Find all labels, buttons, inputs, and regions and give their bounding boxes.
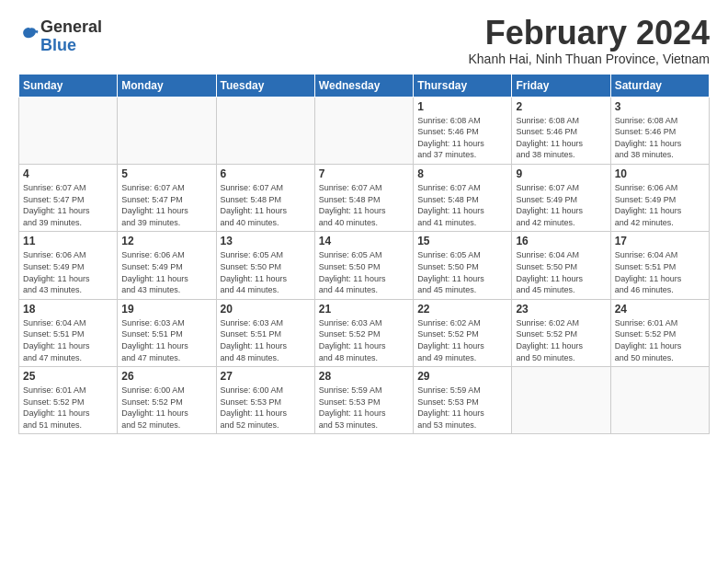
calendar-day-cell — [118, 97, 216, 164]
calendar-week-row: 1Sunrise: 6:08 AMSunset: 5:46 PMDaylight… — [19, 97, 710, 164]
calendar-day-cell — [512, 367, 610, 434]
day-info: Sunrise: 6:00 AMSunset: 5:52 PMDaylight:… — [121, 385, 211, 431]
day-number: 18 — [23, 303, 113, 316]
calendar-day-cell: 28Sunrise: 5:59 AMSunset: 5:53 PMDayligh… — [314, 367, 413, 434]
day-number: 20 — [221, 303, 311, 316]
column-header-monday: Monday — [118, 74, 216, 97]
calendar-day-cell: 19Sunrise: 6:03 AMSunset: 5:51 PMDayligh… — [118, 299, 216, 366]
day-info: Sunrise: 6:03 AMSunset: 5:51 PMDaylight:… — [121, 317, 211, 363]
calendar-week-row: 25Sunrise: 6:01 AMSunset: 5:52 PMDayligh… — [19, 367, 710, 434]
day-info: Sunrise: 6:03 AMSunset: 5:52 PMDaylight:… — [319, 317, 409, 363]
calendar-day-cell: 17Sunrise: 6:04 AMSunset: 5:51 PMDayligh… — [610, 232, 709, 299]
day-info: Sunrise: 6:04 AMSunset: 5:50 PMDaylight:… — [516, 249, 606, 295]
day-number: 16 — [516, 235, 606, 247]
calendar-week-row: 4Sunrise: 6:07 AMSunset: 5:47 PMDaylight… — [19, 164, 710, 231]
day-number: 15 — [417, 235, 507, 247]
calendar-week-row: 18Sunrise: 6:04 AMSunset: 5:51 PMDayligh… — [19, 299, 710, 366]
calendar-day-cell — [216, 97, 314, 164]
calendar-day-cell: 2Sunrise: 6:08 AMSunset: 5:46 PMDaylight… — [512, 97, 610, 164]
day-number: 17 — [615, 235, 705, 247]
month-title: February 2024 — [468, 15, 710, 52]
calendar-day-cell: 5Sunrise: 6:07 AMSunset: 5:47 PMDaylight… — [118, 164, 216, 231]
day-info: Sunrise: 6:07 AMSunset: 5:48 PMDaylight:… — [417, 182, 507, 228]
day-info: Sunrise: 6:00 AMSunset: 5:53 PMDaylight:… — [221, 385, 311, 431]
day-info: Sunrise: 6:04 AMSunset: 5:51 PMDaylight:… — [615, 249, 705, 295]
day-info: Sunrise: 5:59 AMSunset: 5:53 PMDaylight:… — [417, 385, 507, 431]
calendar-day-cell: 6Sunrise: 6:07 AMSunset: 5:48 PMDaylight… — [216, 164, 314, 231]
calendar-week-row: 11Sunrise: 6:06 AMSunset: 5:49 PMDayligh… — [19, 232, 710, 299]
calendar-day-cell: 29Sunrise: 5:59 AMSunset: 5:53 PMDayligh… — [414, 367, 512, 434]
calendar-day-cell: 21Sunrise: 6:03 AMSunset: 5:52 PMDayligh… — [314, 299, 413, 366]
calendar-day-cell: 15Sunrise: 6:05 AMSunset: 5:50 PMDayligh… — [414, 232, 512, 299]
logo-blue: Blue — [40, 37, 102, 55]
day-number: 11 — [23, 235, 113, 247]
day-info: Sunrise: 6:05 AMSunset: 5:50 PMDaylight:… — [319, 249, 409, 295]
day-info: Sunrise: 6:05 AMSunset: 5:50 PMDaylight:… — [417, 249, 507, 295]
day-info: Sunrise: 6:08 AMSunset: 5:46 PMDaylight:… — [516, 115, 606, 161]
day-info: Sunrise: 6:08 AMSunset: 5:46 PMDaylight:… — [417, 115, 507, 161]
day-number: 24 — [615, 303, 705, 316]
day-number: 22 — [417, 303, 507, 316]
day-info: Sunrise: 6:04 AMSunset: 5:51 PMDaylight:… — [23, 317, 113, 363]
column-header-thursday: Thursday — [414, 74, 512, 97]
calendar-day-cell: 12Sunrise: 6:06 AMSunset: 5:49 PMDayligh… — [118, 232, 216, 299]
column-header-saturday: Saturday — [610, 74, 709, 97]
day-number: 23 — [516, 303, 606, 316]
calendar-day-cell: 23Sunrise: 6:02 AMSunset: 5:52 PMDayligh… — [512, 299, 610, 366]
day-number: 10 — [615, 167, 705, 180]
calendar-day-cell: 18Sunrise: 6:04 AMSunset: 5:51 PMDayligh… — [19, 299, 118, 366]
day-number: 29 — [417, 370, 507, 383]
calendar-day-cell: 4Sunrise: 6:07 AMSunset: 5:47 PMDaylight… — [19, 164, 118, 231]
day-info: Sunrise: 6:08 AMSunset: 5:46 PMDaylight:… — [615, 115, 705, 161]
day-info: Sunrise: 6:05 AMSunset: 5:50 PMDaylight:… — [221, 249, 311, 295]
day-info: Sunrise: 6:03 AMSunset: 5:51 PMDaylight:… — [221, 317, 311, 363]
logo-bird-icon — [20, 25, 40, 45]
calendar-table: SundayMondayTuesdayWednesdayThursdayFrid… — [18, 74, 710, 435]
calendar-header-row: SundayMondayTuesdayWednesdayThursdayFrid… — [19, 74, 710, 97]
calendar-day-cell: 25Sunrise: 6:01 AMSunset: 5:52 PMDayligh… — [19, 367, 118, 434]
day-number: 7 — [319, 167, 409, 180]
column-header-wednesday: Wednesday — [314, 74, 413, 97]
calendar-day-cell: 22Sunrise: 6:02 AMSunset: 5:52 PMDayligh… — [414, 299, 512, 366]
day-number: 19 — [121, 303, 211, 316]
logo-general: General — [40, 18, 102, 37]
column-header-sunday: Sunday — [19, 74, 118, 97]
day-number: 25 — [23, 370, 113, 383]
day-info: Sunrise: 6:01 AMSunset: 5:52 PMDaylight:… — [615, 317, 705, 363]
location-subtitle: Khanh Hai, Ninh Thuan Province, Vietnam — [468, 52, 710, 66]
calendar-day-cell: 26Sunrise: 6:00 AMSunset: 5:52 PMDayligh… — [118, 367, 216, 434]
day-number: 21 — [319, 303, 409, 316]
day-info: Sunrise: 6:06 AMSunset: 5:49 PMDaylight:… — [121, 249, 211, 295]
day-number: 6 — [221, 167, 311, 180]
day-number: 9 — [516, 167, 606, 180]
calendar-day-cell: 24Sunrise: 6:01 AMSunset: 5:52 PMDayligh… — [610, 299, 709, 366]
day-info: Sunrise: 6:02 AMSunset: 5:52 PMDaylight:… — [516, 317, 606, 363]
day-number: 12 — [121, 235, 211, 247]
day-info: Sunrise: 6:01 AMSunset: 5:52 PMDaylight:… — [23, 385, 113, 431]
calendar-day-cell: 3Sunrise: 6:08 AMSunset: 5:46 PMDaylight… — [610, 97, 709, 164]
calendar-day-cell: 11Sunrise: 6:06 AMSunset: 5:49 PMDayligh… — [19, 232, 118, 299]
day-info: Sunrise: 6:06 AMSunset: 5:49 PMDaylight:… — [23, 249, 113, 295]
day-info: Sunrise: 6:07 AMSunset: 5:48 PMDaylight:… — [319, 182, 409, 228]
day-number: 14 — [319, 235, 409, 247]
day-number: 27 — [221, 370, 311, 383]
day-number: 1 — [417, 100, 507, 113]
column-header-tuesday: Tuesday — [216, 74, 314, 97]
calendar-day-cell: 10Sunrise: 6:06 AMSunset: 5:49 PMDayligh… — [610, 164, 709, 231]
calendar-day-cell: 14Sunrise: 6:05 AMSunset: 5:50 PMDayligh… — [314, 232, 413, 299]
day-number: 13 — [221, 235, 311, 247]
day-info: Sunrise: 6:07 AMSunset: 5:49 PMDaylight:… — [516, 182, 606, 228]
day-number: 3 — [615, 100, 705, 113]
day-number: 4 — [23, 167, 113, 180]
day-info: Sunrise: 6:07 AMSunset: 5:48 PMDaylight:… — [221, 182, 311, 228]
calendar-day-cell: 16Sunrise: 6:04 AMSunset: 5:50 PMDayligh… — [512, 232, 610, 299]
day-info: Sunrise: 6:07 AMSunset: 5:47 PMDaylight:… — [121, 182, 211, 228]
calendar-day-cell — [314, 97, 413, 164]
calendar-day-cell: 20Sunrise: 6:03 AMSunset: 5:51 PMDayligh… — [216, 299, 314, 366]
calendar-day-cell — [19, 97, 118, 164]
day-info: Sunrise: 6:07 AMSunset: 5:47 PMDaylight:… — [23, 182, 113, 228]
day-info: Sunrise: 6:06 AMSunset: 5:49 PMDaylight:… — [615, 182, 705, 228]
day-number: 8 — [417, 167, 507, 180]
column-header-friday: Friday — [512, 74, 610, 97]
calendar-day-cell — [610, 367, 709, 434]
